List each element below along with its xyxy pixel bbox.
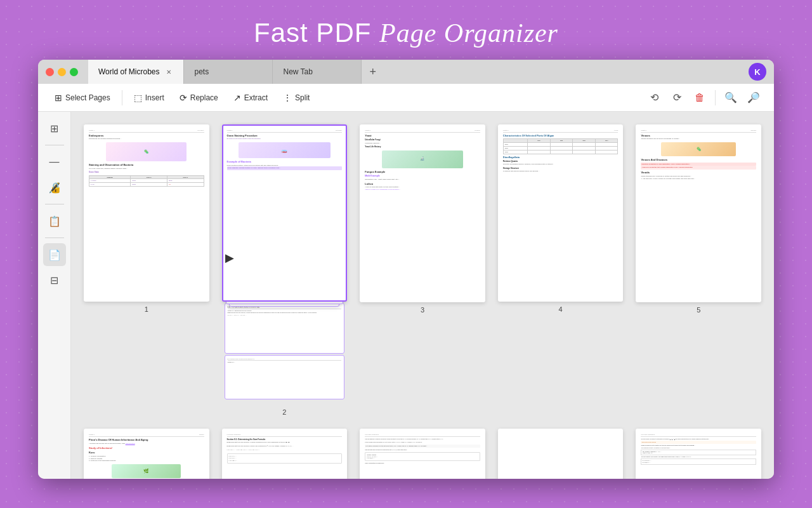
page-content-1: Chapter 1BACTERIA Endospores Endospores … [85, 126, 208, 300]
tab-label: World of Microbes [98, 67, 159, 76]
split-button[interactable]: ⋮ Split [277, 90, 316, 106]
page-number-1: 1 [145, 305, 148, 313]
sidebar-separator [45, 145, 64, 145]
toolbar-separator [122, 90, 122, 105]
page-grid-container[interactable]: Chapter 1BACTERIA Endospores Endospores … [71, 112, 774, 479]
cursor-arrow: ▶ [225, 251, 234, 265]
page-thumb-9[interactable]: ↷ [498, 429, 624, 479]
insert-icon: ⬚ [134, 93, 142, 103]
page-number-5: 5 [697, 306, 700, 314]
sidebar-layers-button[interactable]: ⊟ [43, 269, 66, 291]
toolbar-separator-2 [715, 90, 716, 105]
page-item-6[interactable]: Chapter 5PRIONS Prion's Disease Of Human… [84, 429, 209, 479]
minimize-button[interactable] [58, 68, 66, 76]
page-grid: Chapter 1BACTERIA Endospores Endospores … [84, 124, 761, 479]
extract-icon: ↗ [233, 93, 241, 103]
sidebar-pages-button[interactable]: ⊞ [43, 117, 66, 140]
insert-label: Insert [145, 93, 164, 102]
page-thumb-4[interactable]: Chapter 4ALGAE Characteristics Of Select… [498, 124, 624, 302]
replace-icon: ⟳ [180, 93, 187, 103]
replace-button[interactable]: ⟳ Replace [173, 90, 225, 106]
page-item-10[interactable]: CHAPTER: PROBLEMS We now prove a problem… [636, 429, 761, 479]
app-title: Fast PDF Page Organizer [254, 18, 558, 48]
page-thumb-10[interactable]: CHAPTER: PROBLEMS We now prove a problem… [636, 429, 761, 479]
insert-button[interactable]: ⬚ Insert [128, 90, 171, 106]
rotate-right-button[interactable]: ⟳ [667, 88, 687, 108]
replace-label: Replace [190, 93, 218, 102]
page-number-4: 4 [559, 305, 563, 313]
sidebar-stamp-button[interactable]: 🔏 [43, 176, 66, 199]
page-item-2[interactable]: ▶ Chapter 2BACTERIA Gram Staining Proced… [222, 124, 348, 416]
select-pages-icon: ⊞ [55, 93, 62, 103]
toolbar: ⊞ Select Pages ⬚ Insert ⟳ Replace ↗ Extr… [38, 84, 774, 112]
sidebar-active-button[interactable]: 📄 [43, 243, 66, 266]
page-content-10: CHAPTER: PROBLEMS We now prove a problem… [637, 430, 760, 479]
title-bar: World of Microbes ✕ pets New Tab + K [38, 60, 774, 84]
extract-button[interactable]: ↗ Extract [227, 90, 274, 106]
tab-pets[interactable]: pets [184, 60, 273, 84]
main-area: ⊞ — 🔏 📋 📄 ⊟ Chapter 1BACTERIA Endospores [38, 112, 774, 479]
sidebar-separator-2 [45, 204, 64, 204]
tab-bar: World of Microbes ✕ pets New Tab + [88, 60, 743, 84]
browser-window: World of Microbes ✕ pets New Tab + K ⊞ S… [38, 60, 774, 479]
page-content-9: ↷ [499, 430, 622, 479]
page-content-8: CHAPTER: PROBLEMS Now we address a probl… [361, 430, 484, 479]
zoom-out-button[interactable]: 🔍 [721, 88, 741, 108]
page-item-5[interactable]: Chapter 4VIRUSES Viruses Simple structur… [636, 124, 761, 416]
page-item-7[interactable]: CHAPTER: PROBLEMS Section 8.1: Determini… [222, 429, 348, 479]
zoom-in-button[interactable]: 🔎 [743, 88, 764, 108]
page-thumb-7[interactable]: CHAPTER: PROBLEMS Section 8.1: Determini… [222, 429, 348, 479]
page-thumb-8[interactable]: CHAPTER: PROBLEMS Now we address a probl… [360, 429, 485, 479]
tab-close-icon[interactable]: ✕ [164, 67, 173, 76]
extract-label: Extract [244, 93, 268, 102]
new-tab-button[interactable]: + [362, 60, 384, 84]
sidebar-separator-3 [45, 237, 64, 238]
traffic-lights [46, 68, 78, 76]
split-label: Split [295, 93, 310, 102]
page-thumb-6[interactable]: Chapter 5PRIONS Prion's Disease Of Human… [84, 429, 209, 479]
select-pages-button[interactable]: ⊞ Select Pages [48, 90, 117, 106]
close-button[interactable] [46, 68, 54, 76]
page-thumb-1[interactable]: Chapter 1BACTERIA Endospores Endospores … [84, 124, 209, 302]
page-item-3[interactable]: Chapter 3FUNGUS Yeast Unicellular Fungi … [360, 124, 485, 416]
page-content-2: Chapter 2BACTERIA Gram Staining Procedur… [223, 126, 346, 300]
page-item-4[interactable]: Chapter 4ALGAE Characteristics Of Select… [498, 124, 624, 416]
sidebar-minus-button[interactable]: — [43, 150, 66, 173]
tab-label: pets [194, 67, 209, 76]
page-content-5: Chapter 4VIRUSES Viruses Simple structur… [637, 126, 760, 301]
page-item-1[interactable]: Chapter 1BACTERIA Endospores Endospores … [84, 124, 209, 416]
page-number-2: 2 [282, 408, 286, 416]
rotate-left-button[interactable]: ⟲ [644, 88, 664, 108]
tab-label: New Tab [283, 67, 312, 76]
page-item-9[interactable]: ↷ 9 [498, 429, 624, 479]
page-content-6: Chapter 5PRIONS Prion's Disease Of Human… [85, 430, 208, 479]
page-number-3: 3 [421, 306, 424, 314]
page-content-4: Chapter 4ALGAE Characteristics Of Select… [499, 126, 622, 300]
tab-world-of-microbes[interactable]: World of Microbes ✕ [88, 60, 184, 84]
split-icon: ⋮ [283, 93, 292, 103]
sidebar-note-button[interactable]: 📋 [43, 210, 66, 232]
tab-new-tab[interactable]: New Tab [273, 60, 362, 84]
page-content-3: Chapter 3FUNGUS Yeast Unicellular Fungi … [361, 126, 484, 301]
sidebar: ⊞ — 🔏 📋 📄 ⊟ [38, 112, 71, 479]
page-thumb-5[interactable]: Chapter 4VIRUSES Viruses Simple structur… [636, 124, 761, 302]
page-thumb-3[interactable]: Chapter 3FUNGUS Yeast Unicellular Fungi … [360, 124, 485, 302]
delete-button[interactable]: 🗑 [690, 88, 710, 108]
maximize-button[interactable] [70, 68, 78, 76]
page-content-7: CHAPTER: PROBLEMS Section 8.1: Determini… [223, 430, 346, 479]
page-item-8[interactable]: CHAPTER: PROBLEMS Now we address a probl… [360, 429, 485, 479]
user-avatar[interactable]: K [749, 63, 766, 81]
page-thumb-2[interactable]: Chapter 2BACTERIA Gram Staining Procedur… [222, 124, 348, 302]
select-pages-label: Select Pages [65, 93, 110, 102]
